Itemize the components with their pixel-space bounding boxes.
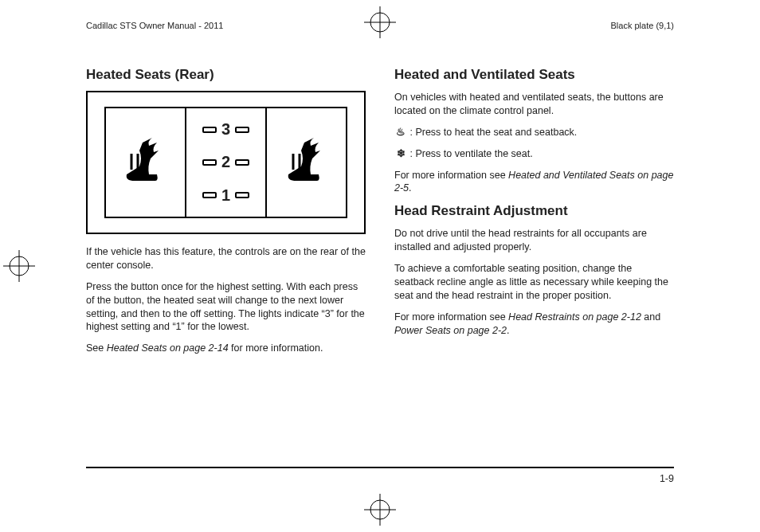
para-rear-button-operation: Press the button once for the highest se… (86, 280, 366, 334)
para-hr-position: To achieve a comfortable seating positio… (394, 262, 674, 303)
ventilate-icon: ❄ (394, 147, 407, 161)
left-column: Heated Seats (Rear) 3 2 1 (86, 67, 366, 456)
right-column: Heated and Ventilated Seats On vehicles … (394, 67, 674, 456)
para-hv-location: On vehicles with heated and ventilated s… (394, 91, 674, 118)
crop-mark-left (3, 250, 35, 282)
heat-level-indicator: 3 2 1 (185, 108, 267, 217)
page-content: Heated Seats (Rear) 3 2 1 (86, 67, 674, 456)
para-hv-see-more: For more information see Heated and Vent… (394, 169, 674, 196)
page-number: 1-9 (660, 473, 674, 484)
right-seat-heat-icon (267, 108, 346, 217)
rear-heated-seat-figure: 3 2 1 (86, 91, 366, 234)
heat-level-2: 2 (221, 153, 230, 171)
para-rear-see-more: See Heated Seats on page 2-14 for more i… (86, 342, 366, 355)
para-hr-see-more: For more information see Head Restraints… (394, 311, 674, 338)
para-ventilate-button: ❄ : Press to ventilate the seat. (394, 147, 674, 161)
heading-heated-seats-rear: Heated Seats (Rear) (86, 67, 366, 83)
heading-head-restraint-adjustment: Head Restraint Adjustment (394, 203, 674, 219)
heat-level-3: 3 (221, 120, 230, 139)
xref-heated-seats: Heated Seats on page 2-14 (107, 342, 229, 354)
bottom-rule (86, 467, 674, 468)
crop-mark-bottom (364, 494, 396, 526)
header-right: Black plate (9,1) (611, 21, 674, 30)
xref-head-restraints: Head Restraints on page 2-12 (508, 311, 641, 323)
left-seat-heat-icon (106, 108, 185, 217)
heat-icon: ♨ (394, 126, 407, 139)
heading-heated-ventilated-seats: Heated and Ventilated Seats (394, 67, 674, 83)
para-rear-controls-location: If the vehicle has this feature, the con… (86, 245, 366, 272)
xref-power-seats: Power Seats on page 2-2 (394, 325, 507, 336)
heat-level-1: 1 (221, 186, 230, 205)
header-left: Cadillac STS Owner Manual - 2011 (86, 21, 223, 30)
para-heat-button: ♨ : Press to heat the seat and seatback. (394, 126, 674, 139)
para-hr-warning: Do not drive until the head restraints f… (394, 227, 674, 254)
